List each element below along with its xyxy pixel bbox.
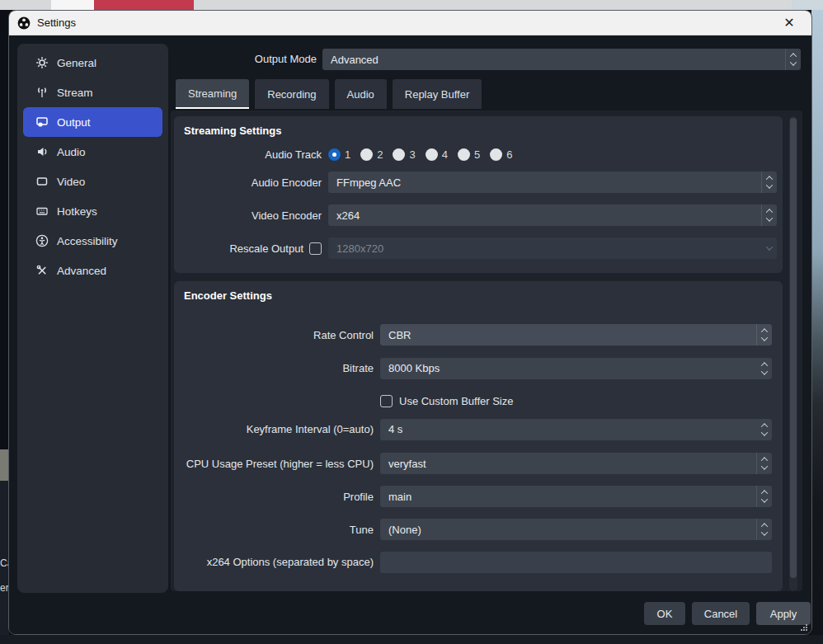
sidebar-item-label: Accessibility [57, 235, 118, 247]
close-button[interactable]: ✕ [775, 11, 803, 35]
rescale-output-labelwrap: Rescale Output [184, 242, 322, 255]
group-title: Streaming Settings [184, 125, 281, 137]
audio-track-radio-group: 1 2 3 4 [328, 148, 777, 161]
sidebar-item-accessibility[interactable]: Accessibility [23, 226, 162, 256]
keyframe-spinbox[interactable]: 4 s [380, 419, 772, 440]
keyframe-row: Keyframe Interval (0=auto) 4 s [184, 418, 772, 440]
video-encoder-value: x264 [336, 209, 360, 222]
audio-track-option-3[interactable]: 3 [393, 148, 415, 161]
audio-track-option-6[interactable]: 6 [490, 148, 512, 161]
radio-icon[interactable] [490, 148, 502, 161]
tab-audio[interactable]: Audio [335, 79, 387, 109]
profile-row: Profile main [184, 486, 772, 507]
sidebar-item-label: Audio [57, 146, 86, 158]
spinner-icon[interactable] [761, 204, 777, 226]
sidebar-item-advanced[interactable]: Advanced [23, 256, 162, 285]
rate-control-row: Rate Control CBR [184, 324, 772, 346]
rescale-output-row: Rescale Output 1280x720 [184, 237, 777, 259]
audio-track-option-5[interactable]: 5 [458, 148, 480, 161]
audio-track-label: Audio Track [184, 148, 322, 161]
sidebar-item-stream[interactable]: Stream [23, 78, 162, 107]
ok-button[interactable]: OK [644, 602, 685, 625]
background-red-segment [94, 0, 194, 10]
spinner-icon[interactable] [756, 324, 772, 346]
radio-icon[interactable] [458, 148, 470, 161]
audio-track-option-2[interactable]: 2 [360, 148, 383, 161]
desktop-background-right [811, 10, 823, 644]
radio-label: 1 [345, 148, 350, 161]
tab-recording[interactable]: Recording [255, 79, 328, 109]
video-encoder-select[interactable]: x264 [328, 204, 777, 226]
sidebar-item-general[interactable]: General [23, 48, 162, 78]
radio-icon[interactable] [426, 148, 438, 161]
tools-icon [35, 264, 49, 277]
settings-content: Streaming Settings Audio Track 1 2 [171, 110, 802, 591]
keyboard-icon [35, 204, 49, 218]
spinbox-arrows-icon[interactable] [762, 358, 767, 379]
spinner-icon[interactable] [756, 519, 772, 540]
radio-label: 5 [474, 148, 480, 161]
rate-control-label: Rate Control [184, 329, 374, 341]
custom-buffer-row: Use Custom Buffer Size [184, 394, 772, 407]
cpu-preset-select[interactable]: veryfast [380, 453, 772, 474]
scrollbar-thumb[interactable] [790, 118, 797, 578]
radio-label: 2 [377, 148, 383, 161]
sidebar-item-audio[interactable]: Audio [23, 137, 162, 167]
radio-icon[interactable] [360, 148, 373, 161]
custom-buffer-checkbox[interactable] [380, 395, 393, 407]
resize-grip[interactable] [799, 623, 807, 631]
spinner-icon[interactable] [756, 486, 772, 507]
custom-buffer-label: Use Custom Buffer Size [399, 395, 513, 407]
audio-track-option-1[interactable]: 1 [328, 148, 350, 161]
chevron-down-icon [761, 237, 777, 259]
spinner-icon[interactable] [785, 49, 801, 70]
radio-label: 3 [409, 148, 415, 161]
radio-label: 4 [442, 148, 448, 161]
keyframe-label: Keyframe Interval (0=auto) [184, 423, 374, 435]
streaming-settings-group: Streaming Settings Audio Track 1 2 [174, 116, 783, 273]
audio-track-option-4[interactable]: 4 [426, 148, 448, 161]
tab-replay-buffer[interactable]: Replay Buffer [393, 79, 482, 109]
rate-control-select[interactable]: CBR [380, 324, 772, 346]
output-mode-value: Advanced [331, 54, 379, 66]
desktop-background-bottom [0, 635, 823, 644]
desktop-background-top [0, 0, 823, 10]
background-sky-segment [792, 0, 823, 10]
radio-icon[interactable] [393, 148, 405, 161]
sidebar-item-output[interactable]: Output [23, 107, 162, 137]
dialog-body: General Stream Output [9, 35, 811, 634]
rescale-output-checkbox[interactable] [309, 242, 322, 255]
vertical-scrollbar[interactable] [789, 116, 797, 591]
spinner-icon[interactable] [761, 172, 777, 193]
group-title: Encoder Settings [184, 289, 272, 302]
cancel-button[interactable]: Cancel [692, 602, 750, 625]
antenna-icon [35, 86, 49, 99]
tune-select[interactable]: (None) [380, 519, 772, 540]
spinbox-arrows-icon[interactable] [762, 419, 767, 440]
sidebar-item-label: Video [57, 176, 85, 188]
tune-row: Tune (None) [184, 519, 772, 540]
gear-icon [35, 56, 49, 69]
sidebar-item-hotkeys[interactable]: Hotkeys [23, 196, 162, 226]
rescale-resolution-select: 1280x720 [328, 237, 777, 259]
accessibility-icon [35, 234, 49, 247]
window-title: Settings [37, 16, 76, 29]
cpu-preset-label: CPU Usage Preset (higher = less CPU) [184, 458, 374, 470]
tab-streaming[interactable]: Streaming [176, 79, 249, 109]
display-icon [35, 175, 49, 188]
radio-selected-icon[interactable] [328, 148, 341, 161]
video-encoder-row: Video Encoder x264 [184, 204, 777, 226]
spinner-icon[interactable] [756, 453, 772, 474]
rescale-output-label: Rescale Output [229, 242, 303, 255]
audio-encoder-row: Audio Encoder FFmpeg AAC [184, 172, 777, 193]
profile-select[interactable]: main [380, 486, 772, 507]
title-bar[interactable]: Settings ✕ [9, 11, 811, 35]
audio-encoder-label: Audio Encoder [184, 176, 322, 189]
bitrate-spinbox[interactable]: 8000 Kbps [380, 358, 772, 379]
sidebar-item-video[interactable]: Video [23, 167, 162, 196]
custom-buffer-wrap: Use Custom Buffer Size [380, 395, 772, 407]
output-mode-select[interactable]: Advanced [322, 49, 801, 70]
audio-encoder-select[interactable]: FFmpeg AAC [328, 172, 777, 193]
apply-button[interactable]: Apply [756, 602, 811, 625]
x264-options-input[interactable] [380, 552, 772, 573]
